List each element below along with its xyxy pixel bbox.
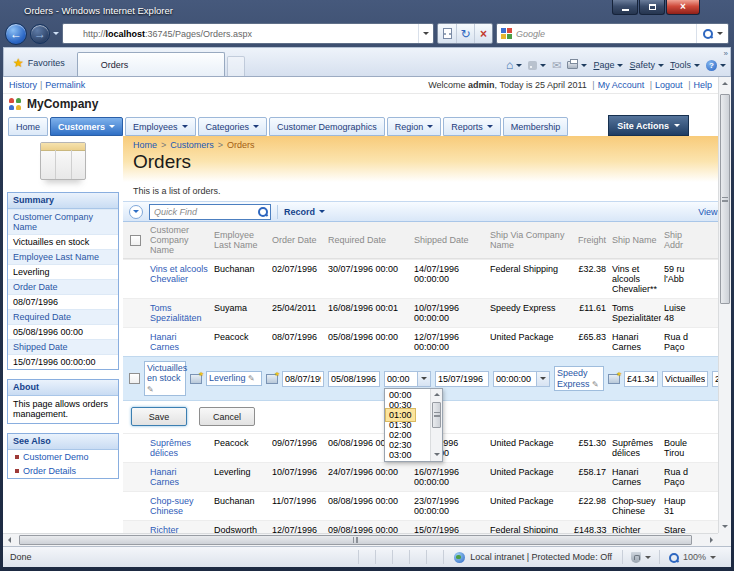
new-tab-button[interactable] xyxy=(227,56,245,76)
employee-lookup[interactable]: Leverling ✎ xyxy=(206,371,262,385)
scroll-thumb[interactable] xyxy=(19,535,692,545)
table-row[interactable]: Chop-suey Chinese Buchanan 11/07/1996 08… xyxy=(123,491,718,520)
customer-link[interactable]: Vins et alcools Chevalier xyxy=(147,264,211,284)
refresh-button[interactable]: ↻ xyxy=(456,24,474,43)
nav-tab-categories[interactable]: Categories xyxy=(198,117,268,136)
required-time-combobox[interactable] xyxy=(384,371,431,387)
breadcrumb-home[interactable]: Home xyxy=(133,140,157,150)
time-option[interactable]: 03:00 xyxy=(386,449,415,461)
shipped-time-combobox[interactable] xyxy=(493,371,550,387)
scroll-left-icon[interactable] xyxy=(3,534,16,546)
table-row[interactable]: Richter Supermarkt Dodsworth 12/07/1996 … xyxy=(123,520,718,533)
history-link[interactable]: History xyxy=(9,80,37,90)
column-header[interactable]: Shipped Date xyxy=(411,235,487,245)
scroll-down-icon[interactable] xyxy=(719,520,731,533)
cancel-button[interactable]: Cancel xyxy=(199,407,255,426)
shipped-date-input[interactable] xyxy=(435,371,489,387)
vertical-scrollbar[interactable] xyxy=(718,77,731,533)
minimize-button[interactable] xyxy=(612,0,638,15)
ship-name-input[interactable] xyxy=(662,371,708,387)
table-row[interactable]: Hanari Carnes Peacock 08/07/1996 05/08/1… xyxy=(123,327,718,356)
compatibility-view-button[interactable] xyxy=(438,24,456,43)
customer-lookup[interactable]: Victuailles en stock ✎ xyxy=(144,361,186,396)
see-also-link-customer-demo[interactable]: Customer Demo xyxy=(8,450,118,464)
stop-button[interactable]: × xyxy=(474,24,492,43)
column-header[interactable]: Customer Company Name xyxy=(147,225,211,255)
column-header[interactable]: Employee Last Name xyxy=(211,230,269,250)
required-date-input[interactable] xyxy=(328,371,380,387)
search-box[interactable]: Google xyxy=(496,23,729,44)
order-date-input[interactable] xyxy=(282,371,324,387)
favorites-button[interactable]: ★ Favorites xyxy=(8,52,73,74)
column-header[interactable]: Ship Name xyxy=(609,235,661,245)
permalink-link[interactable]: Permalink xyxy=(45,80,85,90)
table-row[interactable]: Toms Spezialitäten Suyama 25/04/2011 16/… xyxy=(123,298,718,327)
see-also-link-order-details[interactable]: Order Details xyxy=(8,464,118,478)
customer-link[interactable]: Hanari Carnes xyxy=(147,332,211,352)
logout-link[interactable]: Logout xyxy=(655,80,683,90)
nav-tab-region[interactable]: Region xyxy=(387,117,442,136)
scroll-right-icon[interactable] xyxy=(705,534,718,546)
new-employee-icon[interactable] xyxy=(266,374,278,384)
nav-tab-customer-demographics[interactable]: Customer Demographics xyxy=(269,117,385,136)
column-header[interactable]: Ship Via Company Name xyxy=(487,230,571,250)
forward-button[interactable]: → xyxy=(30,24,50,44)
page-menu[interactable]: Page xyxy=(593,60,623,70)
record-menu[interactable]: Record xyxy=(284,207,325,217)
privacy-button[interactable] xyxy=(622,550,659,564)
more-commands-chevron[interactable]: » xyxy=(724,49,728,58)
customer-link[interactable]: Suprêmes délices xyxy=(147,438,211,458)
column-header[interactable]: Required Date xyxy=(325,235,411,245)
freight-input[interactable] xyxy=(624,371,658,387)
help-link[interactable]: Help xyxy=(693,80,712,90)
customer-link[interactable]: Toms Spezialitäten xyxy=(147,303,211,323)
column-header[interactable]: Freight xyxy=(571,235,609,245)
combo-dropdown-button[interactable] xyxy=(417,372,430,386)
required-time-input[interactable] xyxy=(385,372,417,386)
quick-find-field[interactable] xyxy=(149,204,271,220)
row-checkbox[interactable] xyxy=(129,373,140,384)
popup-scrollbar[interactable] xyxy=(430,389,442,461)
safety-menu[interactable]: Safety xyxy=(629,60,664,70)
search-icon[interactable] xyxy=(257,206,268,217)
nav-tab-customers[interactable]: Customers xyxy=(50,117,123,136)
new-customer-icon[interactable] xyxy=(190,374,202,384)
read-mail-button[interactable]: ✉ xyxy=(552,60,561,71)
ship-via-lookup[interactable]: Speedy Express ✎ xyxy=(554,366,604,391)
home-button[interactable]: ⌂ xyxy=(506,59,522,71)
security-zone[interactable]: Local intranet | Protected Mode: Off xyxy=(443,550,622,564)
breadcrumb-customers[interactable]: Customers xyxy=(170,140,214,150)
browser-tab-orders[interactable]: Orders xyxy=(77,52,225,76)
table-row[interactable]: Hanari Carnes Leverling 10/07/1996 24/07… xyxy=(123,462,718,491)
my-account-link[interactable]: My Account xyxy=(598,80,645,90)
back-button[interactable]: ← xyxy=(5,23,27,45)
scroll-up-icon[interactable] xyxy=(431,389,442,401)
url-field[interactable]: http://localhost:36745/Pages/Orders.aspx xyxy=(62,23,434,44)
customer-link[interactable]: Chop-suey Chinese xyxy=(147,496,211,516)
zoom-control[interactable]: 100% xyxy=(659,550,724,564)
scroll-thumb[interactable] xyxy=(432,402,441,428)
quick-find-input[interactable] xyxy=(152,206,257,218)
select-all-checkbox[interactable] xyxy=(130,235,141,246)
search-options-dropdown-icon[interactable] xyxy=(717,32,723,38)
print-button[interactable] xyxy=(567,61,587,70)
feeds-button[interactable] xyxy=(528,61,546,70)
search-icon[interactable] xyxy=(702,28,713,39)
recent-pages-dropdown-icon[interactable] xyxy=(53,32,59,38)
url-dropdown-button[interactable] xyxy=(418,24,433,43)
shipped-time-input[interactable] xyxy=(494,372,536,386)
nav-tab-employees[interactable]: Employees xyxy=(125,117,196,136)
table-row[interactable]: Vins et alcools Chevalier Buchanan 02/07… xyxy=(123,259,718,298)
views-link[interactable]: Views xyxy=(698,207,718,217)
customer-link[interactable]: Richter Supermarkt xyxy=(147,525,211,533)
nav-tab-membership[interactable]: Membership xyxy=(503,117,569,136)
collapse-search-button[interactable] xyxy=(129,205,143,219)
new-shipper-icon[interactable] xyxy=(608,374,620,384)
site-actions-button[interactable]: Site Actions xyxy=(608,115,689,136)
save-button[interactable]: Save xyxy=(131,407,187,426)
help-button[interactable]: ? xyxy=(706,60,726,71)
nav-tab-reports[interactable]: Reports xyxy=(443,117,501,136)
horizontal-scrollbar[interactable] xyxy=(3,533,718,546)
scroll-thumb[interactable] xyxy=(720,94,730,304)
combo-dropdown-button[interactable] xyxy=(536,372,549,386)
